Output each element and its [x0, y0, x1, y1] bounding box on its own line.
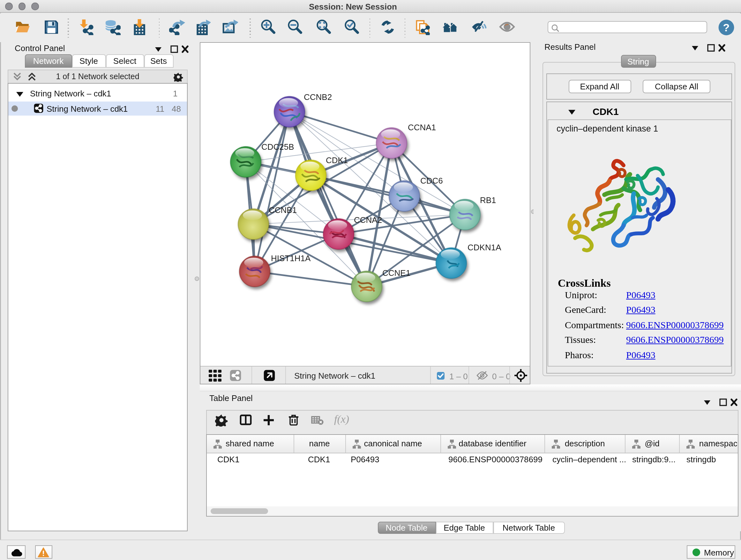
svg-text:CCNB1: CCNB1	[269, 205, 297, 215]
svg-text:CCNE1: CCNE1	[382, 268, 410, 278]
svg-text:?: ?	[723, 21, 730, 33]
svg-text:CDKN1A: CDKN1A	[468, 243, 501, 252]
svg-text:RB1: RB1	[480, 195, 496, 205]
svg-text:HIST1H1A: HIST1H1A	[271, 253, 311, 263]
svg-text:CCNA2: CCNA2	[354, 215, 382, 225]
svg-text:CDK1: CDK1	[326, 155, 348, 165]
svg-text:CDC25B: CDC25B	[261, 142, 294, 152]
svg-text:CDC6: CDC6	[420, 176, 443, 186]
svg-text:CCNA1: CCNA1	[408, 123, 436, 132]
svg-text:CCNB2: CCNB2	[304, 92, 332, 102]
